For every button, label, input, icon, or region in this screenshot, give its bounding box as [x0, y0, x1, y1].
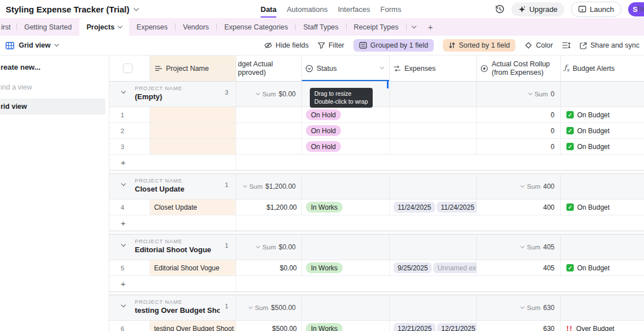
status-pill[interactable]: On Hold	[306, 141, 341, 152]
color-button[interactable]: Color	[524, 41, 553, 49]
add-row-plus-icon[interactable]: +	[121, 218, 126, 228]
cell-expenses[interactable]	[390, 123, 477, 138]
cell-project-name[interactable]	[150, 123, 236, 138]
cell-budget-alerts[interactable]: ✓On Budget	[561, 123, 644, 138]
add-row[interactable]: +	[109, 155, 644, 170]
find-a-view-input[interactable]: ind a view	[1, 83, 32, 91]
group-sum-budget-cell[interactable]: Sum$500.00	[236, 295, 302, 320]
filter-button[interactable]: Filter	[318, 41, 344, 49]
cell-project-name[interactable]	[150, 139, 236, 154]
group-alerts-summary-cell[interactable]	[561, 82, 644, 107]
row-height-button[interactable]	[562, 42, 570, 49]
tab-receipt-types[interactable]: Receipt Types	[347, 18, 406, 36]
cell-budget-alerts[interactable]: ✓On Budget	[561, 200, 644, 215]
sorted-by-button[interactable]: Sorted by 1 field	[443, 39, 515, 52]
status-pill[interactable]: On Hold	[306, 125, 341, 136]
cell-expenses[interactable]	[390, 139, 477, 154]
cell-budget-actual[interactable]: $500.00	[236, 321, 302, 331]
launch-button[interactable]: Launch	[571, 2, 621, 17]
cell-actual-cost-rollup[interactable]: 400	[477, 200, 561, 215]
history-icon[interactable]	[495, 5, 505, 14]
row-number[interactable]: 4	[109, 200, 150, 215]
column-header-project-name[interactable]: Project Name	[150, 56, 236, 81]
status-pill[interactable]: In Works	[306, 202, 343, 213]
sidebar-item-grid-view[interactable]: rid view	[0, 99, 105, 114]
cell-project-name[interactable]: Editorial Shoot Vogue	[150, 260, 236, 275]
tab-projects[interactable]: Projects	[79, 18, 129, 36]
select-all-checkbox[interactable]	[123, 63, 133, 73]
cell-budget-alerts[interactable]: ✓On Budget	[561, 139, 644, 154]
group-sum-rollup-cell[interactable]: Sum630	[477, 295, 561, 320]
group-sum-rollup-cell[interactable]: Sum0	[477, 82, 561, 107]
cell-status[interactable]: On Hold	[302, 139, 390, 154]
expense-pill[interactable]: 9/25/2025	[394, 262, 432, 273]
cell-expenses[interactable]: 9/25/2025Unnamed expe	[390, 260, 477, 275]
group-status-summary-cell[interactable]	[302, 235, 390, 260]
tab-expenses[interactable]: Expenses	[129, 18, 175, 36]
row-number[interactable]: 2	[109, 123, 150, 138]
cell-actual-cost-rollup[interactable]: 0	[477, 139, 561, 154]
row-number[interactable]: 6	[109, 321, 150, 331]
add-row[interactable]: +	[109, 215, 644, 231]
grouped-by-button[interactable]: Grouped by 1 field	[353, 39, 434, 52]
group-sum-budget-cell[interactable]: Sum$1,200.00	[236, 174, 302, 199]
group-title-cell[interactable]: PROJECT NAMEtesting Over Budget Shoot1	[109, 295, 236, 320]
column-header-actual-cost-rollup[interactable]: Actual Cost Rollup (from Expenses)	[477, 56, 561, 81]
cell-actual-cost-rollup[interactable]: 630	[477, 321, 561, 331]
group-title-cell[interactable]: PROJECT NAMECloset Update1	[109, 174, 236, 199]
group-status-summary-cell[interactable]	[302, 174, 390, 199]
cell-budget-actual[interactable]: $0.00	[236, 260, 302, 275]
expense-pill[interactable]: 11/24/2025	[394, 202, 435, 213]
cell-expenses[interactable]: 11/24/202511/24/2025	[390, 200, 477, 215]
add-table-button[interactable]: +	[421, 22, 440, 32]
nav-automations[interactable]: Automations	[287, 5, 327, 14]
create-new-button[interactable]: reate new...	[1, 63, 40, 71]
cell-actual-cost-rollup[interactable]: 0	[477, 107, 561, 122]
tab-getting-started[interactable]: Getting Started	[17, 18, 79, 36]
cell-status[interactable]: In Works	[302, 321, 390, 331]
tab-chevron-down-icon[interactable]	[118, 23, 122, 28]
cell-project-name[interactable]: Closet Update	[150, 200, 236, 215]
expense-pill[interactable]: 12/21/2025	[394, 323, 436, 331]
column-header-budget-actual[interactable]: dget Actual pproved)	[236, 56, 302, 81]
cell-expenses[interactable]: 12/21/202512/21/2025	[390, 321, 477, 331]
cell-budget-alerts[interactable]: !!Over Budget	[561, 321, 644, 331]
add-row-plus-icon[interactable]: +	[121, 279, 126, 288]
cell-expenses[interactable]	[390, 107, 477, 122]
column-header-budget-alerts[interactable]: ƒx Budget Alerts	[561, 56, 644, 81]
column-header-status[interactable]: Status	[302, 56, 390, 81]
group-sum-budget-cell[interactable]: Sum$0.00	[236, 82, 302, 107]
group-alerts-summary-cell[interactable]	[561, 174, 644, 199]
tab-staff-types[interactable]: Staff Types	[296, 18, 346, 36]
cell-budget-alerts[interactable]: ✓On Budget	[561, 260, 644, 275]
cell-budget-alerts[interactable]: ✓On Budget	[561, 107, 644, 122]
group-status-summary-cell[interactable]	[302, 295, 390, 320]
column-resize-handle[interactable]	[387, 81, 389, 88]
status-pill[interactable]: In Works	[306, 262, 343, 273]
share-and-sync-button[interactable]: Share and sync	[579, 41, 639, 49]
group-sum-rollup-cell[interactable]: Sum400	[477, 174, 561, 199]
group-title-cell[interactable]: PROJECT NAME(Empty)3	[109, 82, 236, 107]
nav-forms[interactable]: Forms	[381, 5, 402, 14]
add-row[interactable]: +	[109, 276, 644, 291]
cell-project-name[interactable]	[150, 107, 236, 122]
column-header-expenses[interactable]: Expenses	[390, 56, 477, 81]
cell-project-name[interactable]: testing Over Budget Shoot	[150, 321, 236, 331]
group-sum-budget-cell[interactable]: Sum$0.00	[236, 235, 302, 260]
row-number[interactable]: 1	[109, 107, 150, 122]
hide-fields-button[interactable]: Hide fields	[264, 41, 309, 49]
cell-status[interactable]: On Hold	[302, 123, 390, 138]
row-number[interactable]: 5	[109, 260, 150, 275]
status-pill[interactable]: On Hold	[306, 109, 341, 120]
cell-status[interactable]: In Works	[302, 260, 390, 275]
cell-budget-actual[interactable]	[236, 123, 302, 138]
base-title-chevron-down-icon[interactable]	[134, 5, 139, 11]
cell-budget-actual[interactable]	[236, 139, 302, 154]
group-expenses-summary-cell[interactable]	[390, 82, 477, 107]
cell-status[interactable]: On Hold	[302, 107, 390, 122]
group-expenses-summary-cell[interactable]	[390, 174, 477, 199]
tab-irst[interactable]: irst	[0, 18, 16, 36]
group-alerts-summary-cell[interactable]	[561, 295, 644, 320]
base-title[interactable]: Styling Expense Tracker (Trial)	[6, 5, 138, 14]
expense-pill[interactable]: Unnamed expe	[433, 262, 477, 273]
